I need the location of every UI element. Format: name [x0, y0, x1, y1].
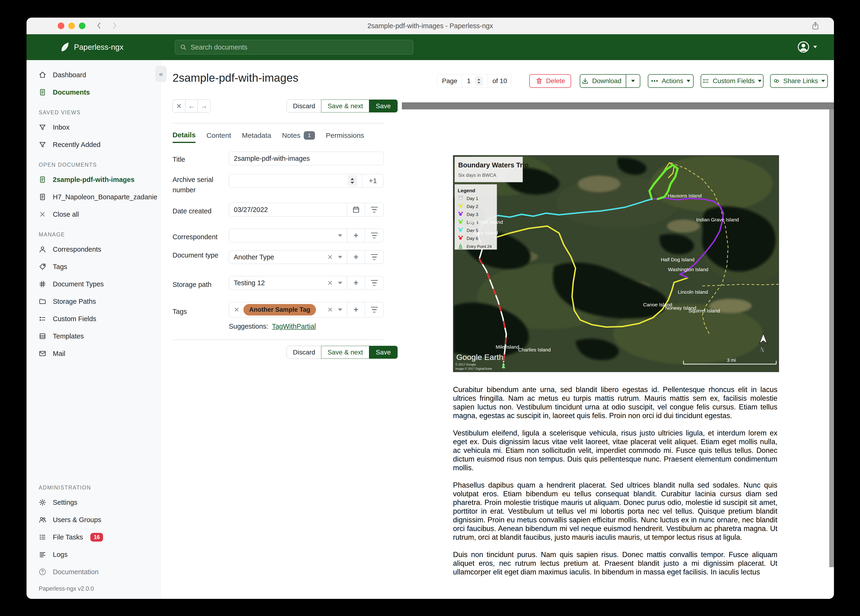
- sidebar-item-storage-paths[interactable]: Storage Paths: [27, 293, 160, 310]
- desktop-background: 2sample-pdf-with-images - Paperless-ngx …: [0, 0, 860, 616]
- svg-text:New York Island: New York Island: [468, 219, 503, 225]
- tab-permissions[interactable]: Permissions: [326, 129, 364, 142]
- discard-button[interactable]: Discard: [287, 346, 322, 359]
- svg-text:Lincoln Island: Lincoln Island: [678, 289, 708, 295]
- sidebar-item-close-all[interactable]: Close all: [27, 206, 160, 223]
- sidebar-item-inbox[interactable]: Inbox: [27, 119, 160, 136]
- clear-icon[interactable]: ✕: [327, 279, 333, 287]
- sidebar-item-open-doc-1[interactable]: 2sample-pdf-with-images: [27, 171, 160, 188]
- document-type-select[interactable]: Another Type ✕: [229, 250, 347, 264]
- chevron-down-icon: [338, 308, 342, 311]
- app-window: 2sample-pdf-with-images - Paperless-ngx …: [27, 17, 834, 599]
- sidebar-item-file-tasks[interactable]: File Tasks16: [27, 528, 160, 546]
- page-stepper[interactable]: [475, 76, 483, 86]
- document-type-filter-button[interactable]: [365, 250, 383, 264]
- document-nav-group: ✕ ← →: [173, 99, 210, 112]
- sidebar-item-custom-fields[interactable]: Custom Fields: [27, 310, 160, 327]
- download-options-button[interactable]: [626, 75, 640, 87]
- date-created-input[interactable]: 03/27/2022: [229, 203, 347, 216]
- preview-scrollbar[interactable]: [829, 109, 834, 567]
- chevron-down-icon: [338, 234, 342, 237]
- tab-metadata[interactable]: Metadata: [242, 129, 271, 142]
- asn-stepper[interactable]: [347, 175, 357, 186]
- download-button[interactable]: Download: [580, 77, 623, 85]
- add-correspondent-button[interactable]: +: [347, 229, 365, 242]
- calendar-button[interactable]: [347, 203, 365, 216]
- storage-path-select[interactable]: Testing 12 ✕: [229, 276, 347, 289]
- tab-details[interactable]: Details: [173, 128, 196, 143]
- asn-input[interactable]: [229, 174, 362, 187]
- tags-filter-button[interactable]: [365, 302, 383, 317]
- previous-document-button[interactable]: ←: [185, 99, 198, 112]
- page-number-input[interactable]: 1: [462, 74, 488, 88]
- sidebar-item-document-types[interactable]: Document Types: [27, 275, 160, 293]
- discard-button[interactable]: Discard: [287, 99, 322, 112]
- task-list-icon: [39, 533, 46, 541]
- person-icon: [39, 245, 46, 253]
- storage-path-filter-button[interactable]: [365, 276, 383, 289]
- save-and-next-button[interactable]: Save & next: [321, 99, 369, 112]
- tab-notes[interactable]: Notes1: [282, 129, 315, 142]
- sidebar-item-dashboard[interactable]: Dashboard: [27, 66, 160, 83]
- search-input[interactable]: Search documents: [175, 40, 413, 55]
- correspondent-select[interactable]: [229, 229, 347, 242]
- sidebar-item-logs[interactable]: Logs: [27, 546, 160, 563]
- legend-title: Legend: [458, 188, 475, 193]
- share-links-button[interactable]: Share Links: [770, 74, 828, 88]
- folder-icon: [39, 298, 46, 305]
- sidebar-item-recently-added[interactable]: Recently Added: [27, 136, 160, 153]
- clear-icon[interactable]: ✕: [234, 306, 239, 314]
- actions-button[interactable]: ••• Actions: [648, 74, 694, 88]
- sidebar-item-users-groups[interactable]: Users & Groups: [27, 511, 160, 528]
- app-name: Paperless-ngx: [74, 43, 124, 52]
- save-button[interactable]: Save: [369, 346, 398, 359]
- sidebar-item-mail[interactable]: Mail: [27, 345, 160, 362]
- sidebar-item-settings[interactable]: Settings: [27, 494, 160, 511]
- sidebar-item-open-doc-2[interactable]: H7_Napoleon_Bonaparte_zadanie: [27, 188, 160, 206]
- clear-icon[interactable]: ✕: [327, 253, 333, 261]
- sidebar-collapse-button[interactable]: «: [155, 66, 166, 82]
- chevron-down-icon: [813, 46, 817, 48]
- custom-fields-button[interactable]: Custom Fields: [701, 74, 764, 88]
- document-icon: [39, 193, 46, 201]
- svg-text:Mile Island: Mile Island: [496, 344, 519, 350]
- sidebar-item-documentation[interactable]: Documentation: [27, 563, 160, 581]
- close-document-button[interactable]: ✕: [173, 99, 185, 112]
- save-and-next-button[interactable]: Save & next: [321, 346, 369, 359]
- tab-content[interactable]: Content: [206, 129, 231, 142]
- layout-icon: [39, 332, 46, 340]
- clear-icon[interactable]: ✕: [327, 306, 333, 314]
- tag-suggestion-link[interactable]: TagWithPartial: [272, 322, 316, 330]
- log-lines-icon: [39, 551, 46, 558]
- title-input[interactable]: 2sample-pdf-with-images: [229, 152, 384, 165]
- add-document-type-button[interactable]: +: [347, 250, 365, 264]
- sidebar-item-documents[interactable]: Documents: [27, 83, 160, 101]
- storage-path-label: Storage path: [173, 280, 223, 290]
- add-tag-button[interactable]: +: [347, 302, 365, 317]
- sidebar-item-templates[interactable]: Templates: [27, 327, 160, 345]
- add-storage-path-button[interactable]: +: [347, 276, 365, 289]
- sidebar-item-tags[interactable]: Tags: [27, 258, 160, 275]
- svg-text:Hausons Island: Hausons Island: [668, 193, 702, 198]
- correspondent-filter-button[interactable]: [365, 229, 383, 242]
- file-tasks-badge: 16: [90, 533, 103, 542]
- delete-button[interactable]: Delete: [529, 74, 571, 88]
- window-title: 2sample-pdf-with-images - Paperless-ngx: [27, 17, 834, 34]
- save-button-group-bottom: Discard Save & next Save: [287, 346, 398, 359]
- user-menu[interactable]: [797, 40, 817, 53]
- svg-text:© 2017 Google: © 2017 Google: [455, 363, 476, 366]
- tags-label: Tags: [173, 306, 223, 317]
- paragraph: Curabitur bibendum ante urna, sed blandi…: [453, 385, 777, 420]
- tags-select[interactable]: ✕ Another Sample Tag ✕: [229, 302, 347, 317]
- asn-label: Archive serial number: [173, 174, 223, 195]
- share-icon[interactable]: [811, 21, 820, 30]
- svg-text:Washington Island: Washington Island: [668, 267, 708, 272]
- svg-text:N: N: [759, 345, 765, 354]
- tag-chip[interactable]: Another Sample Tag: [243, 304, 316, 316]
- asn-plus-one-button[interactable]: +1: [362, 174, 383, 187]
- divider: [173, 339, 384, 340]
- date-filter-button[interactable]: [365, 203, 383, 216]
- sidebar-item-correspondents[interactable]: Correspondents: [27, 240, 160, 258]
- next-document-button[interactable]: →: [198, 99, 210, 112]
- save-button[interactable]: Save: [369, 99, 398, 112]
